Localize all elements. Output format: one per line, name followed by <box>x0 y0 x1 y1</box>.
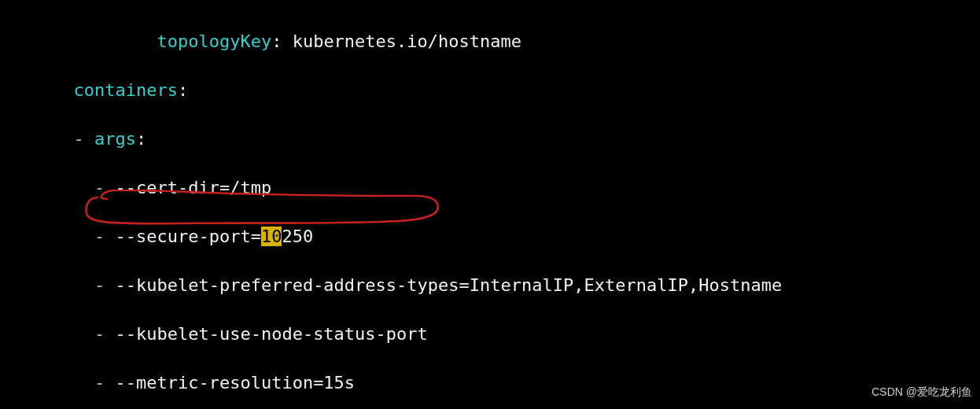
search-highlight: 10 <box>261 227 282 246</box>
arg-metric-res: --metric-resolution=15s <box>115 373 355 392</box>
arg-secure-port-suffix: 250 <box>282 227 313 246</box>
watermark-text: CSDN @爱吃龙利鱼 <box>871 380 972 404</box>
line-containers: containers: <box>11 78 980 102</box>
val-topologyKey: kubernetes.io/hostname <box>293 31 521 51</box>
line-args: - args: <box>11 127 980 151</box>
arg-cert-dir: --cert-dir=/tmp <box>115 178 271 197</box>
line-arg-cert-dir: - --cert-dir=/tmp <box>11 175 980 200</box>
arg-secure-port-prefix: --secure-port= <box>115 227 260 246</box>
yaml-editor[interactable]: topologyKey: kubernetes.io/hostname cont… <box>0 0 980 409</box>
key-args: args <box>94 129 136 149</box>
line-arg-secure-port: - --secure-port=10250 <box>11 224 980 249</box>
arg-addr-types: --kubelet-preferred-address-types=Intern… <box>115 275 782 295</box>
key-topologyKey: topologyKey <box>157 31 271 51</box>
line-arg-metric-res: - --metric-resolution=15s <box>11 370 980 395</box>
line-topology: topologyKey: kubernetes.io/hostname <box>11 29 980 53</box>
line-arg-addr-types: - --kubelet-preferred-address-types=Inte… <box>11 273 980 297</box>
line-arg-use-node: - --kubelet-use-node-status-port <box>11 322 980 346</box>
arg-use-node: --kubelet-use-node-status-port <box>115 324 427 344</box>
key-containers: containers <box>73 80 177 100</box>
